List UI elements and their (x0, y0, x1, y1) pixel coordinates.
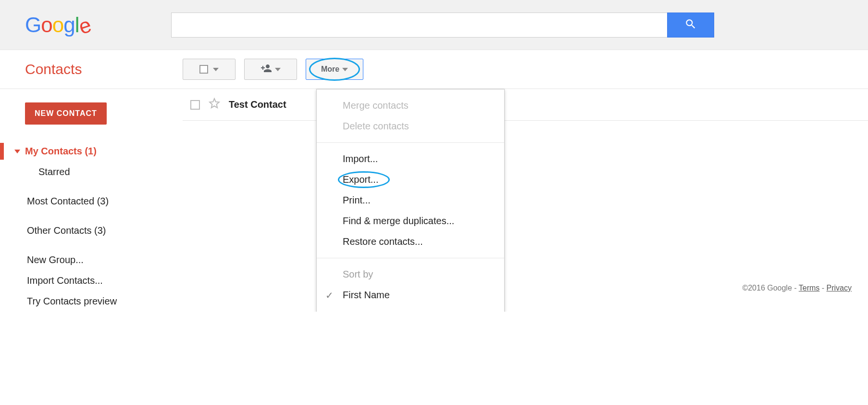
add-to-contacts-button[interactable] (244, 59, 297, 80)
search-icon (684, 18, 697, 32)
footer-copyright: ©2016 Google (742, 284, 792, 292)
menu-item-find-merge-duplicates[interactable]: Find & merge duplicates... (317, 211, 504, 231)
footer-privacy-link[interactable]: Privacy (827, 284, 852, 292)
main-content: Test Contact Merge contacts Delete conta… (183, 89, 868, 312)
star-icon[interactable] (209, 98, 220, 112)
footer: ©2016 Google - Terms - Privacy (742, 284, 852, 292)
menu-item-label: Restore contacts... (343, 236, 423, 247)
chevron-down-icon (342, 68, 348, 71)
chevron-down-icon (213, 68, 219, 71)
menu-heading-sort-by: Sort by (317, 264, 504, 285)
menu-item-label: Export... (343, 174, 378, 185)
menu-item-export[interactable]: Export... (317, 169, 504, 190)
menu-item-label: Find & merge duplicates... (343, 215, 454, 227)
app-bar: Contacts More (0, 50, 868, 89)
google-logo: Google (25, 14, 90, 36)
sidebar-item-try-preview[interactable]: Try Contacts preview (0, 291, 183, 312)
sidebar-item-label: Try Contacts preview (27, 296, 117, 307)
menu-item-label: Import... (343, 153, 378, 165)
menu-item-label: Sort by (343, 269, 373, 280)
sidebar-item-label: My Contacts (1) (25, 146, 97, 157)
search-input[interactable] (171, 13, 667, 38)
sidebar-nav: My Contacts (1) Starred Most Contacted (… (0, 141, 183, 312)
sidebar-item-other-contacts[interactable]: Other Contacts (3) (0, 220, 183, 241)
sidebar-item-label: Import Contacts... (27, 275, 103, 286)
checkbox-icon (199, 65, 208, 74)
footer-sep: - (794, 284, 798, 292)
contact-name: Test Contact (229, 99, 286, 110)
sidebar-item-my-contacts[interactable]: My Contacts (1) (0, 141, 183, 162)
more-menu-button[interactable]: More (306, 59, 363, 80)
menu-item-label: First Name (343, 290, 390, 301)
more-dropdown-menu: Merge contacts Delete contacts Import...… (316, 89, 505, 312)
sidebar-item-import-contacts[interactable]: Import Contacts... (0, 270, 183, 291)
sidebar-item-label: New Group... (27, 254, 84, 266)
person-add-icon (260, 63, 272, 76)
menu-item-label: Merge contacts (343, 100, 409, 111)
sidebar-item-new-group[interactable]: New Group... (0, 250, 183, 270)
global-header: Google (0, 0, 868, 50)
sidebar: NEW CONTACT My Contacts (1) Starred Most… (0, 89, 183, 312)
footer-sep: - (822, 284, 827, 292)
menu-item-merge-contacts: Merge contacts (317, 95, 504, 116)
sidebar-item-most-contacted[interactable]: Most Contacted (3) (0, 191, 183, 212)
search-button[interactable] (667, 13, 714, 38)
menu-item-import[interactable]: Import... (317, 149, 504, 169)
menu-item-restore-contacts[interactable]: Restore contacts... (317, 231, 504, 252)
menu-item-sort-first-name[interactable]: ✓ First Name (317, 285, 504, 305)
row-checkbox[interactable] (190, 100, 200, 110)
sidebar-item-starred[interactable]: Starred (0, 162, 183, 182)
app-body: NEW CONTACT My Contacts (1) Starred Most… (0, 89, 868, 312)
menu-item-sort-last-name[interactable]: Last Name (317, 305, 504, 312)
app-title: Contacts (25, 61, 183, 77)
sidebar-item-label: Most Contacted (3) (27, 196, 109, 207)
search-bar (171, 13, 714, 38)
sidebar-item-label: Other Contacts (3) (27, 225, 106, 236)
sidebar-item-label: Starred (38, 166, 70, 177)
chevron-down-icon (275, 68, 281, 71)
toolbar: More (183, 59, 363, 80)
menu-item-label: Delete contacts (343, 121, 409, 132)
new-contact-button[interactable]: NEW CONTACT (25, 102, 107, 125)
menu-item-label: Last Name (343, 310, 389, 312)
footer-terms-link[interactable]: Terms (799, 284, 820, 292)
menu-item-delete-contacts: Delete contacts (317, 116, 504, 137)
select-all-button[interactable] (183, 59, 236, 80)
more-button-label: More (321, 65, 339, 74)
menu-item-label: Print... (343, 195, 371, 206)
menu-item-print[interactable]: Print... (317, 190, 504, 211)
check-icon: ✓ (325, 290, 334, 301)
contact-row[interactable]: Test Contact (183, 89, 868, 121)
chevron-down-icon (14, 150, 20, 153)
